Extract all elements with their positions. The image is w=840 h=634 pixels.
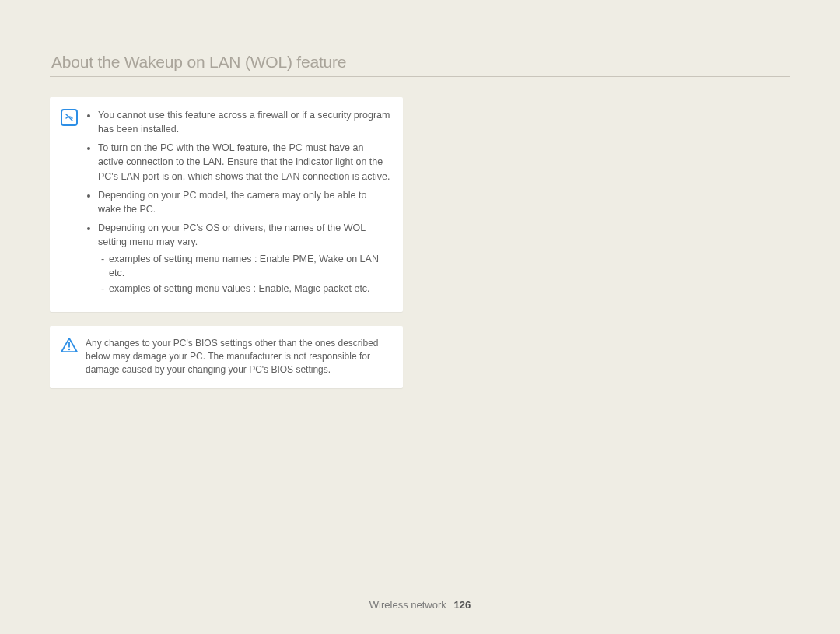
info-bullet: To turn on the PC with the WOL feature, … bbox=[98, 141, 390, 183]
info-bullet-list: You cannot use this feature across a fir… bbox=[86, 108, 390, 296]
info-sub-bullet: examples of setting menu values : Enable… bbox=[101, 282, 390, 296]
info-bullet: Depending on your PC's OS or drivers, th… bbox=[98, 221, 390, 296]
page-title: About the Wakeup on LAN (WOL) feature bbox=[51, 53, 790, 72]
warning-icon-slot bbox=[61, 337, 78, 353]
title-divider bbox=[50, 76, 790, 77]
info-note-body: You cannot use this feature across a fir… bbox=[86, 108, 390, 301]
info-icon-slot bbox=[61, 108, 78, 126]
info-note-box: You cannot use this feature across a fir… bbox=[50, 97, 403, 312]
info-bullet: Depending on your PC model, the camera m… bbox=[98, 188, 390, 216]
info-sub-bullet-list: examples of setting menu names : Enable … bbox=[98, 252, 390, 296]
info-bullet: You cannot use this feature across a fir… bbox=[98, 108, 390, 136]
warning-note-box: Any changes to your PC's BIOS settings o… bbox=[50, 326, 403, 388]
note-icon bbox=[61, 109, 78, 126]
info-bullet-text: Depending on your PC's OS or drivers, th… bbox=[98, 222, 366, 247]
warning-note-body: Any changes to your PC's BIOS settings o… bbox=[86, 337, 390, 377]
page-footer: Wireless network 126 bbox=[0, 599, 840, 611]
document-page: About the Wakeup on LAN (WOL) feature Yo… bbox=[0, 0, 840, 634]
info-sub-bullet: examples of setting menu names : Enable … bbox=[101, 252, 390, 280]
svg-point-1 bbox=[68, 348, 70, 349]
warning-icon bbox=[61, 338, 78, 353]
footer-section: Wireless network bbox=[369, 599, 446, 611]
left-column: You cannot use this feature across a fir… bbox=[50, 97, 403, 388]
footer-page-number: 126 bbox=[453, 599, 471, 611]
